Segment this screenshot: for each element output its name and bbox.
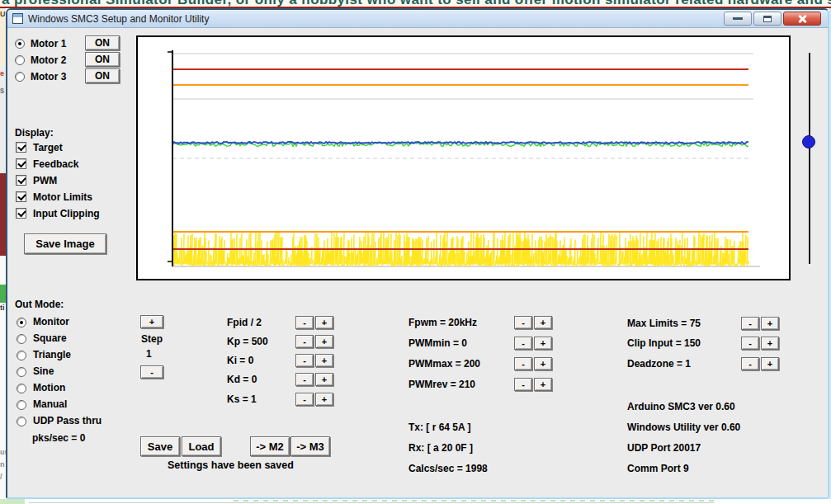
pwmmin-minus-button[interactable]: - bbox=[514, 337, 532, 350]
display-target-checkbox[interactable] bbox=[16, 142, 26, 153]
display-motor-limits-label[interactable]: Motor Limits bbox=[33, 191, 92, 203]
ki-plus-button[interactable]: + bbox=[315, 354, 333, 367]
motor-1-label[interactable]: Motor 1 bbox=[31, 38, 66, 49]
clip-input-plus-button[interactable]: + bbox=[761, 337, 779, 350]
ks-minus-button[interactable]: - bbox=[295, 393, 314, 406]
background-fragment: U bbox=[0, 10, 6, 18]
max-limits-plus-button[interactable]: + bbox=[761, 317, 779, 330]
motor-1-radio[interactable] bbox=[15, 39, 25, 49]
display-feedback-checkbox[interactable] bbox=[16, 158, 26, 169]
display-input-clipping-label[interactable]: Input Clipping bbox=[33, 208, 100, 219]
background-fragment: n bbox=[0, 460, 5, 469]
out-mode-sine-label[interactable]: Sine bbox=[33, 365, 54, 377]
save-image-button[interactable]: Save Image bbox=[24, 233, 106, 254]
motor-3-on-button[interactable]: ON bbox=[85, 68, 120, 83]
copy-to-m3-button[interactable]: -> M3 bbox=[290, 436, 330, 456]
scope-chart-canvas bbox=[138, 37, 789, 279]
display-pwm-label[interactable]: PWM bbox=[33, 175, 57, 186]
background-left-gray bbox=[0, 66, 6, 173]
pwmmin-plus-button[interactable]: + bbox=[534, 337, 552, 350]
out-mode-motion-label[interactable]: Motion bbox=[33, 382, 65, 393]
app-icon bbox=[12, 13, 23, 24]
clip-input-minus-button[interactable]: - bbox=[741, 337, 759, 350]
background-page-top-strip: a professional Simulator Builder, or onl… bbox=[0, 0, 831, 8]
scope-chart bbox=[136, 35, 791, 280]
out-mode-sine-radio[interactable] bbox=[17, 367, 26, 377]
out-mode-manual-radio[interactable] bbox=[17, 400, 26, 410]
out-mode-motion-radio[interactable] bbox=[17, 384, 26, 393]
kd-value: Kd = 0 bbox=[227, 374, 257, 385]
ki-value: Ki = 0 bbox=[227, 355, 253, 366]
out-mode-triangle-radio[interactable] bbox=[17, 351, 26, 360]
motor-1-on-button[interactable]: ON bbox=[85, 35, 120, 50]
kd-plus-button[interactable]: + bbox=[315, 373, 333, 386]
pwmmin-value: PWMmin = 0 bbox=[408, 337, 467, 349]
pks-per-sec-value: pks/sec = 0 bbox=[32, 432, 85, 444]
fpid-plus-button[interactable]: + bbox=[315, 316, 333, 329]
fpwm-minus-button[interactable]: - bbox=[514, 316, 532, 329]
fpid-minus-button[interactable]: - bbox=[295, 316, 314, 329]
ks-plus-button[interactable]: + bbox=[315, 393, 333, 406]
out-mode-square-label[interactable]: Square bbox=[33, 332, 67, 344]
motor-3-label[interactable]: Motor 3 bbox=[31, 71, 66, 82]
utility-version-text: Windows Utility ver 0.60 bbox=[627, 422, 740, 433]
pwmrev-value: PWMrev = 210 bbox=[408, 379, 475, 390]
load-button[interactable]: Load bbox=[182, 436, 221, 456]
step-label: Step bbox=[141, 333, 163, 345]
out-mode-monitor-label[interactable]: Monitor bbox=[33, 316, 69, 327]
background-fragment: us bbox=[0, 448, 6, 456]
pwmrev-minus-button[interactable]: - bbox=[514, 378, 532, 391]
fpwm-plus-button[interactable]: + bbox=[534, 316, 552, 329]
motor-2-label[interactable]: Motor 2 bbox=[31, 54, 66, 66]
tx-readout: Tx: [ r 64 5A ] bbox=[408, 422, 471, 433]
title-bar[interactable]: Windows SMC3 Setup and Monitor Utility bbox=[7, 10, 828, 28]
motor-2-radio[interactable] bbox=[15, 55, 25, 65]
background-left-photo bbox=[0, 173, 6, 256]
maximize-button[interactable] bbox=[753, 12, 781, 26]
display-feedback-label[interactable]: Feedback bbox=[33, 158, 78, 170]
out-mode-udp-radio[interactable] bbox=[17, 417, 26, 426]
out-mode-square-radio[interactable] bbox=[17, 334, 26, 344]
out-mode-manual-label[interactable]: Manual bbox=[33, 398, 67, 410]
out-mode-monitor-radio[interactable] bbox=[17, 318, 26, 327]
udp-port-text: UDP Port 20017 bbox=[627, 442, 701, 454]
pwmmax-plus-button[interactable]: + bbox=[534, 357, 552, 370]
step-minus-button[interactable]: - bbox=[140, 365, 163, 379]
pwmrev-plus-button[interactable]: + bbox=[534, 378, 552, 391]
kp-plus-button[interactable]: + bbox=[315, 335, 333, 348]
ki-minus-button[interactable]: - bbox=[295, 354, 314, 367]
copy-to-m2-button[interactable]: -> M2 bbox=[250, 436, 290, 456]
slider-knob[interactable] bbox=[802, 135, 815, 148]
step-plus-button[interactable]: + bbox=[140, 315, 163, 328]
out-mode-triangle-label[interactable]: Triangle bbox=[33, 349, 71, 360]
kp-value: Kp = 500 bbox=[227, 336, 268, 347]
fpwm-value: Fpwm = 20kHz bbox=[408, 317, 477, 328]
display-input-clipping-checkbox[interactable] bbox=[16, 208, 26, 219]
max-limits-value: Max Limits = 75 bbox=[627, 318, 701, 329]
background-bottom-hairline bbox=[29, 502, 714, 503]
kp-minus-button[interactable]: - bbox=[295, 335, 314, 348]
pwmmax-value: PWMmax = 200 bbox=[408, 358, 480, 370]
ks-value: Ks = 1 bbox=[227, 393, 257, 405]
settings-status-text: Settings have been saved bbox=[168, 459, 294, 471]
background-fragment: e bbox=[0, 69, 4, 78]
deadzone-plus-button[interactable]: + bbox=[761, 357, 779, 370]
motor-2-on-button[interactable]: ON bbox=[85, 52, 120, 67]
chart-scale-slider-track[interactable] bbox=[809, 53, 810, 264]
kd-minus-button[interactable]: - bbox=[295, 373, 314, 386]
display-target-label[interactable]: Target bbox=[33, 142, 63, 153]
display-pwm-checkbox[interactable] bbox=[16, 175, 26, 186]
out-mode-udp-label[interactable]: UDP Pass thru bbox=[33, 415, 102, 426]
deadzone-minus-button[interactable]: - bbox=[741, 357, 759, 370]
pwmmax-minus-button[interactable]: - bbox=[514, 357, 532, 370]
minimize-button[interactable] bbox=[724, 12, 752, 26]
save-button[interactable]: Save bbox=[140, 436, 180, 456]
rx-readout: Rx: [ a 20 0F ] bbox=[408, 442, 473, 454]
max-limits-minus-button[interactable]: - bbox=[741, 317, 759, 330]
display-motor-limits-checkbox[interactable] bbox=[16, 191, 26, 202]
out-mode-heading: Out Mode: bbox=[15, 299, 64, 310]
deadzone-value: Deadzone = 1 bbox=[627, 358, 691, 370]
window-title: Windows SMC3 Setup and Monitor Utility bbox=[28, 13, 209, 25]
close-button[interactable] bbox=[783, 12, 821, 26]
motor-3-radio[interactable] bbox=[15, 72, 25, 82]
